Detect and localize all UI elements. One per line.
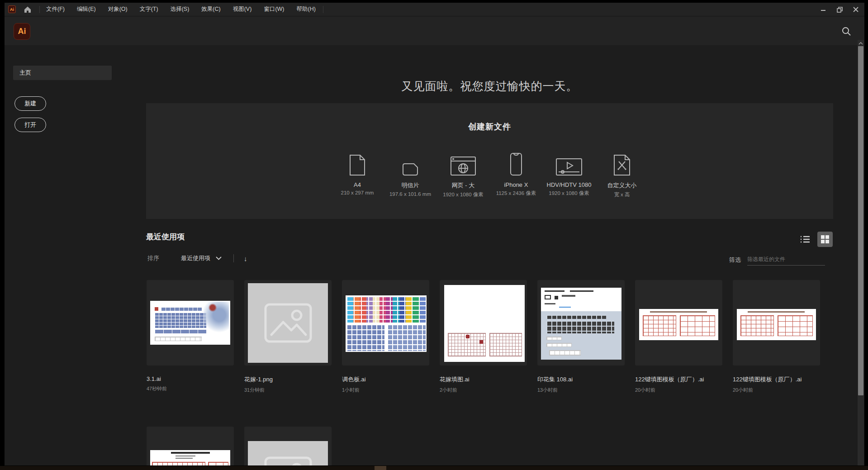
menu-item-effect[interactable]: 效果(C) bbox=[201, 5, 220, 13]
document-portrait-icon bbox=[350, 147, 365, 176]
file-card-print-set-ai[interactable]: 印花集 108.ai 13小时前 bbox=[537, 280, 625, 394]
menu-item-type[interactable]: 文字(T) bbox=[140, 5, 158, 13]
menu-item-file[interactable]: 文件(F) bbox=[46, 5, 65, 13]
file-card-huajia-fill-ai[interactable]: 花嫁填图.ai 2小时前 bbox=[440, 280, 527, 394]
file-thumbnail bbox=[635, 280, 722, 366]
phone-icon bbox=[510, 147, 522, 176]
filter-input[interactable] bbox=[747, 255, 825, 266]
menu-item-object[interactable]: 对象(O) bbox=[108, 5, 128, 13]
sidebar-item-home[interactable]: 主页 bbox=[13, 66, 112, 80]
app-header: Ai bbox=[5, 17, 864, 45]
file-thumbnail bbox=[342, 280, 429, 366]
file-card-partial-2[interactable] bbox=[244, 427, 332, 465]
titlebar-separator-2 bbox=[323, 6, 323, 13]
file-thumbnail bbox=[440, 280, 527, 366]
file-card-122-template-ai[interactable]: 122键填图模板（原厂）.ai 20小时前 bbox=[635, 280, 722, 394]
custom-size-icon bbox=[614, 147, 630, 176]
preset-a4[interactable]: A4 210 x 297 mm bbox=[331, 147, 384, 198]
file-thumbnail bbox=[733, 280, 820, 366]
view-toggles bbox=[798, 232, 833, 247]
illustrator-home-window: Ai 文件(F) 编辑(E) 对象(O) 文字(T) 选择(S) 效果(C) 视… bbox=[5, 3, 864, 465]
filter-row: 筛选 bbox=[729, 255, 825, 266]
chevron-down-icon[interactable] bbox=[216, 256, 222, 260]
sort-label: 排序 bbox=[147, 254, 159, 262]
web-globe-icon bbox=[451, 147, 476, 176]
preset-custom-size[interactable]: 自定义大小 宽 x 高 bbox=[596, 147, 649, 198]
filter-label: 筛选 bbox=[729, 256, 741, 264]
greeting-text: 又见面啦。祝您度过愉快的一天。 bbox=[146, 79, 833, 94]
recent-section-title: 最近使用项 bbox=[146, 232, 185, 242]
preset-list: A4 210 x 297 mm 明信片 197.6 x 101.6 mm bbox=[331, 147, 649, 198]
list-view-icon[interactable] bbox=[798, 233, 812, 246]
preset-web-large[interactable]: 网页 - 大 1920 x 1080 像素 bbox=[437, 147, 490, 198]
sort-divider bbox=[233, 254, 234, 262]
file-card-122-template-ai-2[interactable]: 122键填图模板（原厂）.ai 20小时前 bbox=[733, 280, 820, 394]
postcard-icon bbox=[403, 147, 418, 176]
window-controls bbox=[817, 3, 862, 16]
titlebar-separator bbox=[39, 6, 40, 13]
recent-files-row-2 bbox=[147, 427, 332, 465]
titlebar: Ai 文件(F) 编辑(E) 对象(O) 文字(T) 选择(S) 效果(C) 视… bbox=[5, 3, 864, 16]
menu-item-window[interactable]: 窗口(W) bbox=[264, 5, 284, 13]
search-icon[interactable] bbox=[841, 26, 852, 37]
file-thumbnail bbox=[147, 280, 234, 366]
file-thumbnail bbox=[244, 427, 332, 465]
menu-item-select[interactable]: 选择(S) bbox=[171, 5, 190, 13]
video-icon bbox=[556, 147, 582, 176]
minimize-icon[interactable] bbox=[817, 5, 829, 14]
illustrator-logo: Ai bbox=[14, 23, 30, 40]
create-new-panel: 创建新文件 A4 210 x 297 mm 明信片 197.6 x 101.6 … bbox=[146, 103, 833, 219]
vertical-scrollbar[interactable] bbox=[858, 40, 864, 465]
menu-bar: 文件(F) 编辑(E) 对象(O) 文字(T) 选择(S) 效果(C) 视图(V… bbox=[46, 5, 316, 13]
scrollbar-thumb[interactable] bbox=[858, 46, 863, 395]
taskbar-sliver bbox=[0, 466, 868, 470]
new-button[interactable]: 新建 bbox=[14, 96, 46, 111]
create-new-title: 创建新文件 bbox=[146, 121, 833, 132]
file-card-3-1-ai[interactable]: 3.1.ai 47秒钟前 bbox=[147, 280, 234, 394]
menu-item-edit[interactable]: 编辑(E) bbox=[77, 5, 96, 13]
menu-item-help[interactable]: 帮助(H) bbox=[297, 5, 316, 13]
file-card-palette-ai[interactable]: 调色板.ai 1小时前 bbox=[342, 280, 429, 394]
sort-dropdown[interactable]: 最近使用项 bbox=[181, 254, 210, 262]
preset-postcard[interactable]: 明信片 197.6 x 101.6 mm bbox=[384, 147, 437, 198]
open-button[interactable]: 打开 bbox=[14, 118, 46, 132]
home-icon[interactable] bbox=[23, 5, 32, 14]
recent-files-row-1: 3.1.ai 47秒钟前 花嫁-1.png 31分钟前 bbox=[147, 280, 820, 394]
file-card-partial-1[interactable] bbox=[147, 427, 234, 465]
file-card-huajia-1-png[interactable]: 花嫁-1.png 31分钟前 bbox=[244, 280, 332, 394]
preset-hdv-1080[interactable]: HDV/HDTV 1080 1920 x 1080 像素 bbox=[543, 147, 596, 198]
restore-icon[interactable] bbox=[834, 5, 845, 14]
file-thumbnail bbox=[147, 427, 234, 465]
app-logo-small: Ai bbox=[8, 5, 16, 13]
sort-row: 排序 最近使用项 ↓ bbox=[147, 254, 247, 262]
grid-view-icon[interactable] bbox=[817, 232, 833, 247]
file-thumbnail bbox=[537, 280, 625, 366]
menu-item-view[interactable]: 视图(V) bbox=[233, 5, 252, 13]
taskbar-icon-sliver bbox=[375, 466, 386, 470]
close-icon[interactable] bbox=[850, 5, 862, 14]
sort-direction-icon[interactable]: ↓ bbox=[244, 255, 247, 262]
preset-iphone-x[interactable]: iPhone X 1125 x 2436 像素 bbox=[490, 147, 543, 198]
file-thumbnail bbox=[244, 280, 332, 366]
